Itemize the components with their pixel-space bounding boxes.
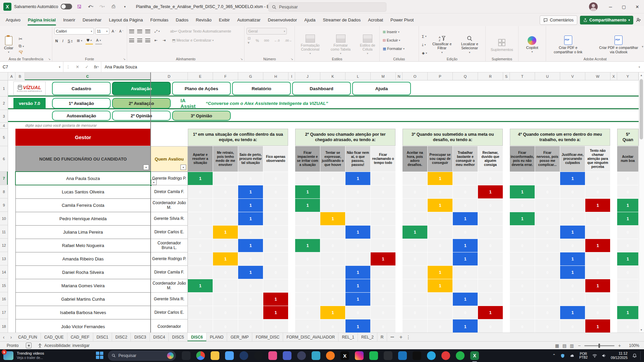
answer-cell[interactable]: 0 bbox=[535, 266, 560, 279]
excel-icon[interactable]: X bbox=[470, 351, 479, 360]
align-top-icon[interactable] bbox=[129, 29, 134, 33]
answer-cell-selected[interactable]: 1 bbox=[510, 185, 535, 198]
answer-cell[interactable]: 0 bbox=[535, 212, 560, 225]
answer-cell-selected[interactable]: 1 bbox=[238, 266, 263, 279]
answer-cell[interactable]: 0 bbox=[535, 226, 560, 239]
answer-cell[interactable]: 0 bbox=[535, 199, 560, 212]
answer-cell-selected[interactable]: 1 bbox=[453, 252, 478, 265]
answer-cell[interactable]: 0 bbox=[213, 306, 238, 319]
answer-cell[interactable]: 0 bbox=[402, 306, 427, 319]
sheet-tab-disc6[interactable]: DISC6 bbox=[187, 333, 206, 341]
answer-cell[interactable]: 0 bbox=[428, 252, 452, 265]
answer-cell-selected[interactable]: 1 bbox=[560, 252, 585, 265]
answer-cell[interactable]: 0 bbox=[320, 239, 345, 252]
row-header-15[interactable]: 15 bbox=[0, 279, 8, 292]
align-right-icon[interactable] bbox=[145, 39, 150, 42]
answer-cell[interactable]: 0 bbox=[188, 226, 213, 239]
answer-cell[interactable]: 0 bbox=[510, 239, 535, 252]
answer-cell-selected[interactable]: 1 bbox=[428, 172, 452, 185]
ia-assist[interactable]: IA Assist“Converse com o Alex Assistente… bbox=[178, 99, 319, 108]
font-name-select[interactable]: Calibri▾ bbox=[54, 28, 94, 35]
user-avatar[interactable] bbox=[589, 2, 598, 11]
menu-tab-fórmulas[interactable]: Fórmulas bbox=[147, 13, 172, 26]
evaluator-cell[interactable]: Diretor Carlos E. bbox=[151, 306, 188, 319]
accessibility-status[interactable]: Acessibilidade: investigar bbox=[44, 343, 90, 348]
answer-cell-selected[interactable]: 1 bbox=[263, 306, 288, 319]
titlebar-search[interactable]: Pesquisar bbox=[268, 2, 386, 12]
column-header-H[interactable]: H bbox=[263, 72, 288, 80]
answer-cell-selected[interactable]: 1 bbox=[617, 252, 638, 265]
answer-cell-selected[interactable]: 1 bbox=[478, 306, 503, 319]
answer-cell[interactable]: 0 bbox=[238, 293, 263, 306]
sheet-tab-cad_que[interactable]: CAD_QUE bbox=[41, 333, 67, 341]
answer-cell[interactable]: 0 bbox=[213, 212, 238, 225]
answer-cell-selected[interactable]: 1 bbox=[453, 319, 478, 333]
answer-cell[interactable]: 0 bbox=[295, 226, 320, 239]
edge-icon[interactable] bbox=[312, 351, 320, 360]
column-header-C[interactable]: C bbox=[25, 72, 151, 80]
answer-cell-selected[interactable]: 1 bbox=[345, 266, 370, 279]
vertical-scrollbar-thumb[interactable] bbox=[640, 79, 643, 139]
spotify-icon[interactable] bbox=[369, 351, 378, 360]
sheet-tab-disc1[interactable]: DISC1 bbox=[93, 333, 112, 341]
answer-cell[interactable]: 0 bbox=[428, 226, 452, 239]
answer-cell[interactable]: 0 bbox=[320, 279, 345, 292]
clock[interactable]: 11:12 09/12/2025 bbox=[611, 351, 628, 360]
undo-icon[interactable]: ↶▾ bbox=[86, 3, 95, 11]
dell-icon[interactable] bbox=[239, 351, 248, 360]
answer-cell[interactable]: 0 bbox=[263, 226, 288, 239]
employee-name-cell[interactable]: João Victor Fernandes bbox=[15, 319, 151, 333]
volume-icon[interactable] bbox=[602, 354, 606, 358]
menu-tab-automatizar[interactable]: Automatizar bbox=[233, 13, 264, 26]
decrease-font-icon[interactable]: Aˇ bbox=[118, 28, 124, 35]
column-header-R[interactable]: R bbox=[478, 72, 503, 80]
row-header-18[interactable]: 18 bbox=[0, 319, 8, 333]
nav-button-plano-de-ações[interactable]: Plano de Ações bbox=[172, 82, 231, 95]
zoom-in-icon[interactable]: + bbox=[616, 343, 623, 348]
answer-cell[interactable]: 0 bbox=[263, 252, 288, 265]
column-header-B[interactable]: B bbox=[15, 72, 25, 80]
answer-cell[interactable]: 0 bbox=[535, 293, 560, 306]
clipboard-dialog-launcher[interactable]: ↘ bbox=[48, 57, 51, 61]
insert-cells-button[interactable]: ⊞ Inserir ▾ bbox=[382, 28, 417, 35]
sheet-tab-disc5[interactable]: DISC5 bbox=[169, 333, 187, 341]
column-header-J[interactable]: J bbox=[295, 72, 320, 80]
answer-cell[interactable]: 0 bbox=[295, 319, 320, 333]
sheet-tab-r[interactable]: R bbox=[377, 333, 387, 341]
answer-cell[interactable]: 0 bbox=[238, 226, 263, 239]
answer-cell[interactable]: 0 bbox=[510, 252, 535, 265]
macro-record-icon[interactable] bbox=[26, 343, 32, 348]
row-header-7[interactable]: 7 bbox=[0, 172, 8, 185]
answer-cell[interactable]: 0 bbox=[402, 293, 427, 306]
answer-cell-selected[interactable]: 1 bbox=[478, 185, 503, 198]
answer-cell[interactable]: 0 bbox=[617, 293, 638, 306]
answer-cell[interactable]: 0 bbox=[188, 252, 213, 265]
answer-cell[interactable]: 0 bbox=[345, 199, 370, 212]
answer-cell-selected[interactable]: 1 bbox=[238, 185, 263, 198]
answer-cell[interactable]: 0 bbox=[213, 293, 238, 306]
sheet-tab-cad_fun[interactable]: CAD_FUN bbox=[15, 333, 41, 341]
answer-cell[interactable]: 0 bbox=[585, 226, 610, 239]
answer-cell-selected[interactable]: 1 bbox=[585, 239, 610, 252]
row-header-10[interactable]: 10 bbox=[0, 212, 8, 225]
font-dialog-launcher[interactable]: ↘ bbox=[123, 57, 126, 61]
menu-tab-streamer-de-dados[interactable]: Streamer de Dados bbox=[319, 13, 364, 26]
number-dialog-launcher[interactable]: ↘ bbox=[291, 57, 293, 61]
answer-cell[interactable]: 0 bbox=[617, 319, 638, 333]
answer-cell-selected[interactable]: 1 bbox=[560, 226, 585, 239]
answer-cell[interactable]: 0 bbox=[402, 279, 427, 292]
sheet-tab-disc4[interactable]: DISC4 bbox=[150, 333, 169, 341]
answer-cell[interactable]: 0 bbox=[295, 266, 320, 279]
answer-cell[interactable]: 0 bbox=[263, 319, 288, 333]
borders-icon[interactable]: ⊞ ▾ bbox=[76, 38, 83, 44]
answer-cell[interactable]: 0 bbox=[428, 185, 452, 198]
answer-cell[interactable]: 0 bbox=[371, 185, 395, 198]
answer-cell[interactable]: 0 bbox=[617, 185, 638, 198]
outlook-icon[interactable] bbox=[398, 351, 407, 360]
delete-cells-button[interactable]: ⊟ Excluir ▾ bbox=[382, 37, 417, 44]
evaluator-cell[interactable]: Diretor Camila F. bbox=[151, 185, 188, 199]
answer-cell[interactable]: 0 bbox=[585, 293, 610, 306]
answer-cell[interactable]: 0 bbox=[188, 239, 213, 252]
answer-cell[interactable]: 0 bbox=[478, 212, 503, 225]
answer-cell[interactable]: 0 bbox=[371, 199, 395, 212]
